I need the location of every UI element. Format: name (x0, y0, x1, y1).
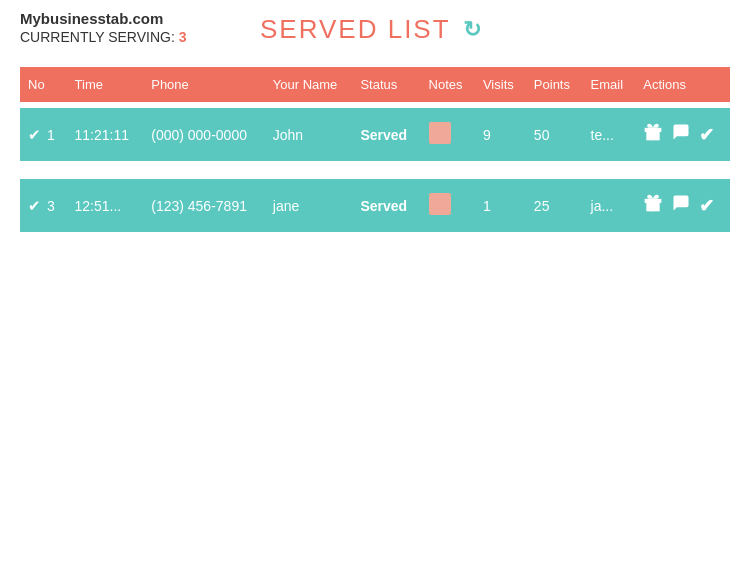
cell-status: Served (352, 179, 420, 232)
col-status: Status (352, 67, 420, 102)
cell-status: Served (352, 108, 420, 161)
cell-phone: (123) 456-7891 (143, 179, 265, 232)
col-phone: Phone (143, 67, 265, 102)
refresh-icon[interactable]: ↻ (463, 17, 481, 43)
col-actions: Actions (635, 67, 730, 102)
cell-name: jane (265, 179, 353, 232)
cell-visits: 9 (475, 108, 526, 161)
gift-action-button[interactable] (643, 122, 663, 147)
row-id: 3 (47, 198, 55, 214)
note-indicator[interactable] (429, 122, 451, 144)
cell-time: 12:51... (67, 179, 144, 232)
cell-points: 25 (526, 179, 583, 232)
check-icon: ✔ (28, 126, 41, 144)
cell-actions: ✔ (635, 108, 730, 161)
currently-serving-label: CURRENTLY SERVING: (20, 29, 175, 45)
table-header-row: No Time Phone Your Name Status Notes Vis… (20, 67, 730, 102)
col-email: Email (583, 67, 636, 102)
cell-email: te... (583, 108, 636, 161)
cell-points: 50 (526, 108, 583, 161)
check-icon: ✔ (28, 197, 41, 215)
col-no: No (20, 67, 67, 102)
table-row: ✔ 1 11:21:11 (000) 000-0000 John Served … (20, 108, 730, 161)
cell-actions: ✔ (635, 179, 730, 232)
note-indicator[interactable] (429, 193, 451, 215)
gift-action-button[interactable] (643, 193, 663, 218)
cell-phone: (000) 000-0000 (143, 108, 265, 161)
cell-no: ✔ 3 (20, 179, 67, 232)
confirm-action-button[interactable]: ✔ (699, 195, 714, 217)
message-action-button[interactable] (671, 122, 691, 147)
page-title: SERVED LIST (260, 14, 451, 45)
col-notes: Notes (421, 67, 475, 102)
cell-name: John (265, 108, 353, 161)
cell-time: 11:21:11 (67, 108, 144, 161)
col-name: Your Name (265, 67, 353, 102)
cell-notes (421, 179, 475, 232)
col-points: Points (526, 67, 583, 102)
table-container: No Time Phone Your Name Status Notes Vis… (0, 61, 750, 238)
cell-no: ✔ 1 (20, 108, 67, 161)
row-id: 1 (47, 127, 55, 143)
brand-name: Mybusinesstab.com (20, 10, 163, 27)
table-row: ✔ 3 12:51... (123) 456-7891 jane Served … (20, 179, 730, 232)
cell-visits: 1 (475, 179, 526, 232)
serving-count: 3 (179, 29, 187, 45)
col-visits: Visits (475, 67, 526, 102)
cell-email: ja... (583, 179, 636, 232)
served-table: No Time Phone Your Name Status Notes Vis… (20, 61, 730, 238)
header: Mybusinesstab.com CURRENTLY SERVING: 3 S… (0, 0, 750, 51)
message-action-button[interactable] (671, 193, 691, 218)
confirm-action-button[interactable]: ✔ (699, 124, 714, 146)
col-time: Time (67, 67, 144, 102)
cell-notes (421, 108, 475, 161)
